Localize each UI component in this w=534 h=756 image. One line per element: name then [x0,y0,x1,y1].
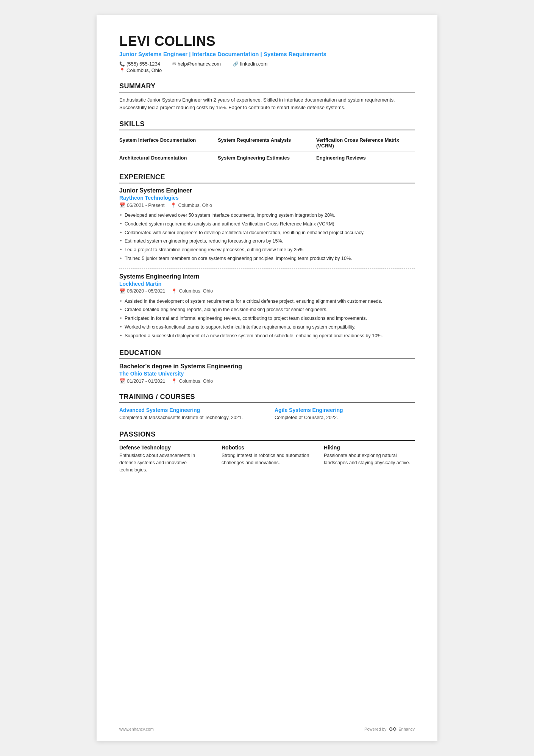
passion-item-2: Hiking Passionate about exploring natura… [324,445,415,473]
skill-item-5: Engineering Reviews [316,152,415,164]
training-item-0: Advanced Systems Engineering Completed a… [119,407,259,421]
skill-item-2: Verification Cross Reference Matrix (VCR… [316,134,415,152]
job-1-meta: 📅 06/2020 - 05/2021 📍 Columbus, Ohio [119,288,415,294]
job-0-title: Junior Systems Engineer [119,187,415,194]
passions-section: PASSIONS Defense Technology Enthusiastic… [119,430,415,473]
job-1-bullet-0: Assisted in the development of system re… [119,297,415,306]
training-title-1: Agile Systems Engineering [275,407,415,413]
training-desc-1: Completed at Coursera, 2022. [275,414,415,421]
email-address: help@enhancv.com [178,61,221,67]
footer-url: www.enhancv.com [119,727,154,731]
job-0-bullet-3: Estimated system engineering projects, r… [119,237,415,246]
passion-title-0: Defense Technology [119,445,210,451]
enhancv-brand-name: Enhancv [398,727,415,731]
footer-powered: Powered by Enhancv [364,726,415,732]
skill-item-3: Architectural Documentation [119,152,218,164]
passion-desc-0: Enthusiastic about advancements in defen… [119,452,210,473]
phone-contact: 📞 (555) 555-1234 [119,61,160,67]
skills-heading: SKILLS [119,120,415,130]
linkedin-url: linkedin.com [240,61,267,67]
edu-degree: Bachelor's degree in Systems Engineering [119,363,415,370]
link-icon: 🔗 [233,61,239,67]
job-1-bullet-3: Worked with cross-functional teams to su… [119,323,415,332]
pin-icon-0: 📍 [170,202,176,208]
job-1-bullet-2: Participated in formal and informal engi… [119,314,415,323]
edu-date: 📅 01/2017 - 01/2021 [119,378,165,384]
passions-heading: PASSIONS [119,430,415,441]
location-icon: 📍 [119,68,125,73]
skill-item-0: System Interface Documentation [119,134,218,152]
calendar-icon-1: 📅 [119,288,125,294]
phone-number: (555) 555-1234 [126,61,160,67]
skills-grid: System Interface Documentation System Re… [119,134,415,164]
candidate-name: LEVI COLLINS [119,33,415,49]
passion-title-1: Robotics [222,445,312,451]
job-1-date: 📅 06/2020 - 05/2021 [119,288,165,294]
page-footer: www.enhancv.com Powered by Enhancv [119,726,415,732]
skill-item-1: System Requirements Analysis [218,134,316,152]
job-0-bullet-2: Collaborated with senior engineers to de… [119,229,415,237]
passion-item-0: Defense Technology Enthusiastic about ad… [119,445,210,473]
summary-section: SUMMARY Enthusiastic Junior Systems Engi… [119,82,415,111]
job-1-company: Lockheed Martin [119,281,415,287]
powered-by-label: Powered by [364,727,386,731]
skill-item-4: System Engineering Estimates [218,152,316,164]
header: LEVI COLLINS Junior Systems Engineer | I… [119,33,415,73]
training-desc-0: Completed at Massachusetts Institute of … [119,414,259,421]
job-0-location: 📍 Columbus, Ohio [170,202,212,208]
email-contact: ✉ help@enhancv.com [172,61,221,67]
enhancv-brand-icon [389,726,397,732]
resume-page: LEVI COLLINS Junior Systems Engineer | I… [97,15,437,741]
candidate-title: Junior Systems Engineer | Interface Docu… [119,51,415,57]
location-contact: 📍 Columbus, Ohio [119,67,162,73]
passion-item-1: Robotics Strong interest in robotics and… [222,445,312,473]
job-divider [119,268,415,269]
training-item-1: Agile Systems Engineering Completed at C… [275,407,415,421]
edu-location: 📍 Columbus, Ohio [171,378,213,384]
job-0-bullet-4: Led a project to streamline engineering … [119,246,415,254]
job-0-bullet-5: Trained 5 junior team members on core sy… [119,254,415,263]
edu-school: The Ohio State University [119,371,415,377]
job-0: Junior Systems Engineer Raytheon Technol… [119,187,415,263]
job-0-company: Raytheon Technologies [119,195,415,201]
job-1-bullets: Assisted in the development of system re… [119,297,415,340]
job-1-location: 📍 Columbus, Ohio [171,288,213,294]
contact-row-1: 📞 (555) 555-1234 ✉ help@enhancv.com 🔗 li… [119,61,415,67]
education-heading: EDUCATION [119,349,415,359]
contact-row-2: 📍 Columbus, Ohio [119,67,415,73]
job-1: Systems Engineering Intern Lockheed Mart… [119,273,415,340]
experience-heading: EXPERIENCE [119,173,415,183]
job-1-bullet-4: Supported a successful deployment of a n… [119,332,415,340]
job-1-bullet-1: Created detailed engineering reports, ai… [119,305,415,314]
job-1-title: Systems Engineering Intern [119,273,415,280]
passion-title-2: Hiking [324,445,415,451]
phone-icon: 📞 [119,61,125,67]
passion-desc-2: Passionate about exploring natural lands… [324,452,415,466]
pin-icon-edu: 📍 [171,378,177,384]
edu-meta: 📅 01/2017 - 01/2021 📍 Columbus, Ohio [119,378,415,384]
education-section: EDUCATION Bachelor's degree in Systems E… [119,349,415,384]
enhancv-logo: Enhancv [389,726,415,732]
passions-grid: Defense Technology Enthusiastic about ad… [119,445,415,473]
job-0-meta: 📅 06/2021 - Present 📍 Columbus, Ohio [119,202,415,208]
training-heading: TRAINING / COURSES [119,393,415,403]
experience-section: EXPERIENCE Junior Systems Engineer Rayth… [119,173,415,340]
skills-section: SKILLS System Interface Documentation Sy… [119,120,415,164]
job-0-bullets: Developed and reviewed over 50 system in… [119,211,415,263]
email-icon: ✉ [172,61,176,67]
summary-text: Enthusiastic Junior Systems Engineer wit… [119,96,415,111]
linkedin-contact: 🔗 linkedin.com [233,61,267,67]
job-0-date: 📅 06/2021 - Present [119,202,164,208]
passion-desc-1: Strong interest in robotics and automati… [222,452,312,466]
job-0-bullet-0: Developed and reviewed over 50 system in… [119,211,415,220]
training-section: TRAINING / COURSES Advanced Systems Engi… [119,393,415,421]
calendar-icon-edu: 📅 [119,378,125,384]
pin-icon-1: 📍 [171,288,177,294]
calendar-icon-0: 📅 [119,202,125,208]
training-title-0: Advanced Systems Engineering [119,407,259,413]
job-0-bullet-1: Conducted system requirements analysis a… [119,220,415,229]
summary-heading: SUMMARY [119,82,415,92]
location-text: Columbus, Ohio [126,67,162,73]
training-grid: Advanced Systems Engineering Completed a… [119,407,415,421]
